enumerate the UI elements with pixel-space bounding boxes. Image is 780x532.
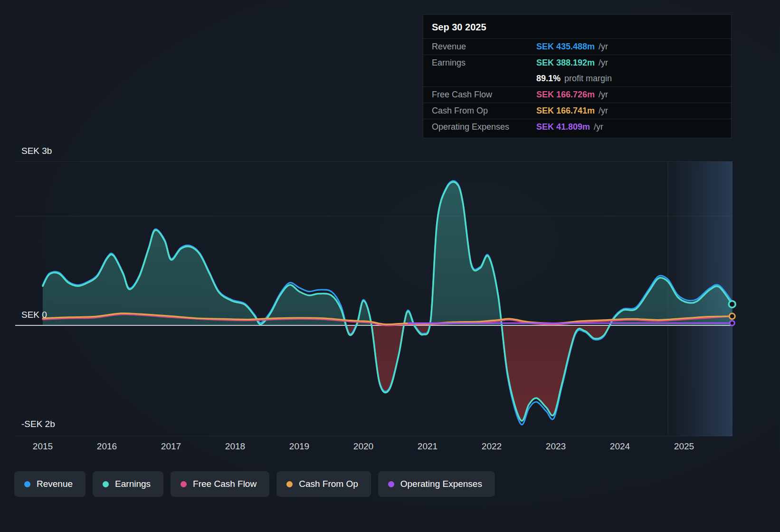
x-axis-label: 2022 [482, 441, 502, 452]
tooltip-date: Sep 30 2025 [423, 15, 731, 38]
tooltip-row: 89.1%profit margin [423, 71, 731, 86]
x-axis-label: 2015 [33, 441, 53, 452]
legend-item-cash-from-op[interactable]: Cash From Op [276, 471, 371, 497]
legend-dot-icon [24, 481, 30, 487]
x-axis-label: 2017 [161, 441, 181, 452]
tooltip-rows: RevenueSEK 435.488m/yrEarningsSEK 388.19… [423, 38, 731, 135]
chart-tooltip: Sep 30 2025 RevenueSEK 435.488m/yrEarnin… [423, 14, 732, 138]
legend-dot-icon [286, 481, 293, 487]
tooltip-row: Cash From OpSEK 166.741m/yr [423, 103, 731, 119]
tooltip-row-suffix: /yr [599, 106, 608, 116]
legend-item-revenue[interactable]: Revenue [14, 471, 86, 497]
chart-legend: RevenueEarningsFree Cash FlowCash From O… [14, 471, 495, 497]
x-axis-label: 2018 [225, 441, 245, 452]
tooltip-row-label: Free Cash Flow [432, 90, 536, 100]
tooltip-row-label: Revenue [432, 42, 536, 52]
legend-item-label: Free Cash Flow [193, 479, 257, 489]
legend-item-label: Cash From Op [299, 479, 358, 489]
y-axis-label: SEK 0 [21, 310, 47, 320]
legend-item-earnings[interactable]: Earnings [93, 471, 163, 497]
tooltip-row-value: SEK 41.809m [536, 122, 590, 132]
tooltip-row-value: 89.1% [536, 74, 561, 84]
legend-item-label: Revenue [37, 479, 73, 489]
tooltip-row-value: SEK 388.192m [536, 58, 595, 68]
legend-item-free-cash-flow[interactable]: Free Cash Flow [171, 471, 269, 497]
tooltip-row-value: SEK 166.741m [536, 106, 595, 116]
tooltip-row-label: Operating Expenses [432, 122, 536, 132]
legend-dot-icon [103, 481, 109, 487]
tooltip-row-value: SEK 435.488m [536, 42, 595, 52]
x-axis-label: 2019 [289, 441, 309, 452]
tooltip-row-label: Cash From Op [432, 106, 536, 116]
legend-dot-icon [388, 481, 394, 487]
tooltip-padding [423, 135, 731, 138]
legend-item-label: Operating Expenses [400, 479, 482, 489]
stock-financials-chart-screen: SEK 3bSEK 0-SEK 2b 201520162017201820192… [0, 0, 780, 532]
legend-dot-icon [181, 481, 187, 487]
y-axis-label: SEK 3b [21, 146, 52, 156]
tooltip-row-value: SEK 166.726m [536, 90, 595, 100]
tooltip-row-suffix: /yr [599, 42, 608, 52]
legend-item-label: Earnings [115, 479, 151, 489]
x-axis-label: 2025 [674, 441, 694, 452]
x-axis-label: 2016 [97, 441, 117, 452]
x-axis-label: 2021 [418, 441, 438, 452]
tooltip-row-label: Earnings [432, 58, 536, 68]
tooltip-row: Operating ExpensesSEK 41.809m/yr [423, 119, 731, 135]
x-axis-label: 2023 [546, 441, 566, 452]
tooltip-row: EarningsSEK 388.192m/yr [423, 55, 731, 71]
x-axis-label: 2020 [353, 441, 373, 452]
tooltip-row-suffix: /yr [594, 122, 603, 132]
tooltip-row: RevenueSEK 435.488m/yr [423, 38, 731, 55]
tooltip-row-suffix: profit margin [564, 74, 612, 84]
tooltip-row-suffix: /yr [599, 58, 608, 68]
y-axis-label: -SEK 2b [21, 419, 55, 429]
tooltip-row-suffix: /yr [599, 90, 608, 100]
tooltip-row: Free Cash FlowSEK 166.726m/yr [423, 86, 731, 103]
x-axis-label: 2024 [610, 441, 630, 452]
legend-item-operating-expenses[interactable]: Operating Expenses [378, 471, 495, 497]
